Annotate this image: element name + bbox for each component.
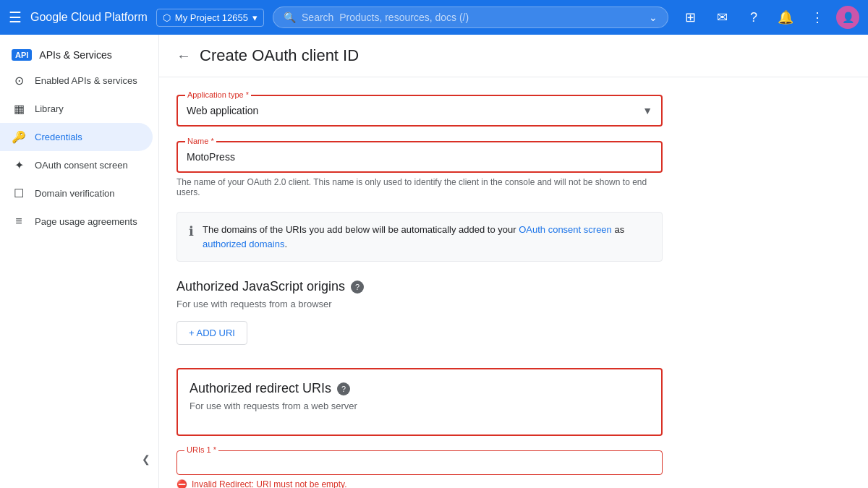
name-field: Name * The name of your OAuth 2.0 client… (176, 141, 663, 197)
collapse-icon: ❮ (142, 453, 150, 465)
sidebar-collapse-button[interactable]: ❮ (130, 445, 159, 474)
email-icon[interactable]: ✉ (709, 4, 735, 30)
project-selector[interactable]: ⬡ My Project 12655 ▾ (156, 9, 264, 27)
help-icon[interactable]: ? (741, 4, 767, 30)
js-origins-add-uri-button[interactable]: + ADD URI (176, 321, 247, 345)
sidebar-item-domain-verification[interactable]: ☐ Domain verification (0, 179, 153, 207)
info-text: The domains of the URIs you add below wi… (203, 223, 650, 251)
authorized-domains-link[interactable]: authorized domains (203, 239, 284, 249)
js-origins-subtitle: For use with requests from a browser (176, 299, 663, 309)
sidebar: API APIs & Services ⊙ Enabled APIs & ser… (0, 35, 159, 488)
sidebar-header: API APIs & Services (0, 40, 158, 67)
sidebar-title: APIs & Services (39, 49, 111, 61)
redirect-uris-section: Authorized redirect URIs ? For use with … (176, 368, 663, 488)
name-box: Name * (176, 141, 663, 173)
enabled-apis-icon: ⊙ (12, 74, 26, 87)
project-chevron-icon: ▾ (252, 12, 258, 23)
name-label: Name * (185, 137, 216, 145)
sidebar-label-enabled-apis: Enabled APIs & services (35, 75, 137, 86)
top-navigation: ☰ Google Cloud Platform ⬡ My Project 126… (0, 0, 868, 35)
library-icon: ▦ (12, 102, 26, 116)
api-badge: API (12, 49, 32, 61)
sidebar-item-credentials[interactable]: 🔑 Credentials (0, 123, 153, 151)
uri-input[interactable] (186, 457, 653, 468)
uri-input-box: URIs 1 * (176, 450, 663, 475)
page-title: Create OAuth client ID (200, 46, 359, 65)
app-type-field: Application type * Web application Andro… (176, 95, 663, 127)
info-icon: ℹ (189, 223, 194, 239)
oauth-consent-icon: ✦ (12, 158, 26, 172)
js-origins-help-icon[interactable]: ? (351, 281, 364, 294)
sidebar-label-credentials: Credentials (35, 132, 82, 142)
avatar[interactable]: 👤 (836, 6, 859, 29)
uri-input-label: URIs 1 * (184, 445, 218, 454)
brand-name: Google Cloud Platform (30, 11, 148, 24)
form-content: Application type * Web application Andro… (159, 77, 680, 488)
redirect-uris-help-icon[interactable]: ? (337, 382, 350, 395)
error-text: Invalid Redirect: URI must not be empty. (192, 479, 347, 488)
name-help-text: The name of your OAuth 2.0 client. This … (176, 177, 663, 197)
more-icon[interactable]: ⋮ (804, 4, 830, 30)
sidebar-label-page-usage: Page usage agreements (35, 216, 137, 227)
js-origins-add-uri-label: + ADD URI (189, 328, 235, 338)
js-origins-section: Authorized JavaScript origins ? For use … (176, 279, 663, 345)
project-icon: ⬡ (163, 12, 171, 23)
redirect-uris-title: Authorized redirect URIs ? (190, 381, 650, 396)
nav-icons: ⊞ ✉ ? 🔔 ⋮ 👤 (677, 4, 859, 30)
page-usage-icon: ≡ (12, 215, 26, 228)
apps-icon[interactable]: ⊞ (677, 4, 703, 30)
sidebar-label-domain-verification: Domain verification (35, 188, 115, 199)
js-origins-title: Authorized JavaScript origins ? (176, 279, 663, 294)
hamburger-icon[interactable]: ☰ (9, 9, 22, 26)
search-expand-icon: ⌄ (649, 12, 658, 23)
back-button[interactable]: ← (176, 48, 191, 64)
oauth-consent-link[interactable]: OAuth consent screen (519, 224, 612, 235)
info-box: ℹ The domains of the URIs you add below … (176, 212, 663, 262)
app-type-label: Application type * (185, 90, 251, 99)
sidebar-label-oauth-consent: OAuth consent screen (35, 160, 128, 171)
sidebar-item-page-usage[interactable]: ≡ Page usage agreements (0, 207, 153, 235)
sidebar-label-library: Library (35, 103, 64, 114)
bell-icon[interactable]: 🔔 (773, 4, 799, 30)
redirect-uris-box: Authorized redirect URIs ? For use with … (176, 368, 663, 436)
sidebar-item-enabled-apis[interactable]: ⊙ Enabled APIs & services (0, 67, 153, 95)
project-label: My Project 12655 (175, 12, 248, 23)
page-header: ← Create OAuth client ID (159, 35, 868, 77)
app-type-select[interactable]: Web application Android Chrome App iOS D… (187, 102, 652, 119)
error-icon: ⛔ (176, 479, 187, 488)
redirect-uris-subtitle: For use with requests from a web server (190, 401, 650, 411)
uri-error-message: ⛔ Invalid Redirect: URI must not be empt… (176, 479, 663, 488)
sidebar-item-library[interactable]: ▦ Library (0, 95, 153, 123)
credentials-icon: 🔑 (12, 130, 26, 144)
domain-verification-icon: ☐ (12, 187, 26, 200)
search-input[interactable] (302, 12, 643, 23)
sidebar-item-oauth-consent[interactable]: ✦ OAuth consent screen (0, 151, 153, 179)
app-layout: API APIs & Services ⊙ Enabled APIs & ser… (0, 35, 868, 488)
search-bar[interactable]: 🔍 ⌄ (273, 7, 668, 28)
search-icon: 🔍 (284, 12, 296, 23)
app-type-box: Application type * Web application Andro… (176, 95, 663, 127)
main-content: ← Create OAuth client ID Application typ… (159, 35, 868, 488)
name-input[interactable] (187, 148, 652, 166)
